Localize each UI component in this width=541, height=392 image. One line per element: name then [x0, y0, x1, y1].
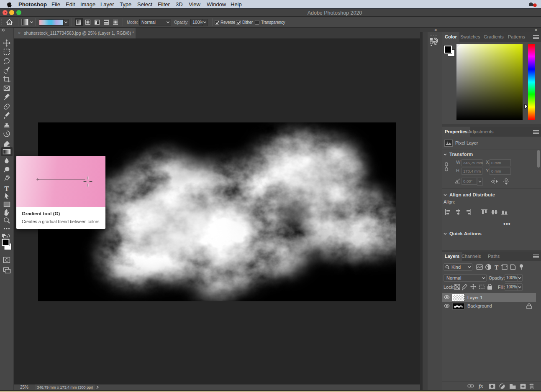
svg-text:T: T — [495, 265, 499, 271]
svg-text:fx: fx — [479, 383, 483, 389]
svg-text:T: T — [4, 185, 9, 193]
